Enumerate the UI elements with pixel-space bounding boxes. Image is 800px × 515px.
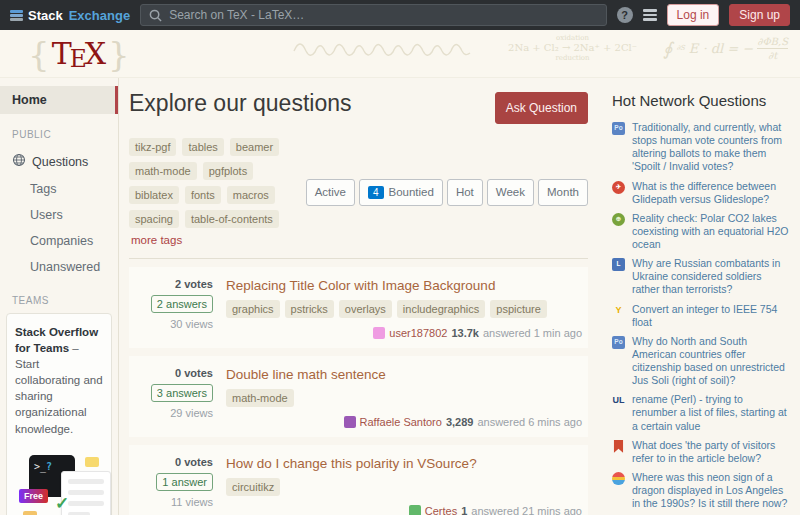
search-box[interactable]: [140, 4, 606, 26]
tag-beamer[interactable]: beamer: [230, 138, 279, 156]
sidebar-item-questions[interactable]: Questions: [0, 147, 118, 176]
user-avatar: [373, 327, 385, 339]
hot-question-link[interactable]: What is the difference between Glidepath…: [632, 180, 790, 206]
free-badge: Free: [19, 489, 48, 504]
sidebar-item-tags[interactable]: Tags: [0, 176, 118, 202]
hot-question-item: ULrename (Perl) - trying to renumber a l…: [612, 393, 790, 432]
answer-count: 2 answers: [151, 295, 213, 313]
tag-math-mode[interactable]: math-mode: [226, 389, 294, 407]
question-stats: 2 votes2 answers30 views: [129, 278, 213, 339]
user-avatar: [409, 505, 421, 515]
tag-math-mode[interactable]: math-mode: [129, 162, 197, 180]
tex-site-logo[interactable]: {TEX}: [26, 34, 132, 74]
login-button[interactable]: Log in: [667, 4, 720, 26]
sidebar-item-home[interactable]: Home: [0, 86, 118, 114]
activity-text: answered 6 mins ago: [477, 416, 582, 428]
sidebar-item-label: Tags: [30, 182, 56, 196]
view-count: 30 views: [170, 318, 213, 330]
bookmark-icon: [612, 440, 625, 453]
hot-question-link[interactable]: rename (Perl) - trying to renumber a lis…: [632, 393, 790, 432]
tag-filter-list: tikz-pgftablesbeamermath-modepgfplotsbib…: [129, 138, 306, 246]
question-user-card: user18780213.7kanswered 1 min ago: [373, 327, 582, 339]
chemistry-formula-decoration: oxidation 2Na + Cl₂ → 2Na⁺ + 2Cl⁻ reduct…: [508, 34, 637, 63]
teams-promo-title: Stack Overflow for Teams: [15, 326, 98, 354]
trophy-icon: Y: [612, 304, 625, 317]
tag-biblatex[interactable]: biblatex: [129, 186, 179, 204]
question-title-link[interactable]: Double line math sentence: [226, 367, 582, 382]
question-row: 2 votes2 answers30 viewsReplacing Title …: [129, 267, 588, 348]
user-link[interactable]: user187802: [389, 327, 447, 339]
filter-tab-label: Hot: [456, 186, 474, 198]
user-avatar: [344, 416, 356, 428]
ask-question-button[interactable]: Ask Question: [495, 92, 588, 124]
tag-pspicture[interactable]: pspicture: [490, 300, 547, 318]
filter-tabs: Active4BountiedHotWeekMonth: [306, 179, 588, 206]
filter-tab-month[interactable]: Month: [538, 179, 588, 206]
question-content: Replacing Title Color with Image Backgro…: [226, 278, 582, 339]
user-link[interactable]: Certes: [425, 505, 457, 515]
hot-question-link[interactable]: Where was this neon sign of a dragon dis…: [632, 471, 790, 510]
tag-macros[interactable]: macros: [227, 186, 275, 204]
hot-question-link[interactable]: Traditionally, and currently, what stops…: [632, 121, 790, 174]
sidebar-item-companies[interactable]: Companies: [0, 228, 118, 254]
question-title-link[interactable]: How do I change this polarity in VSource…: [226, 456, 582, 471]
topbar-actions: ? Log in Sign up: [617, 4, 790, 26]
sidebar-item-users[interactable]: Users: [0, 202, 118, 228]
user-link[interactable]: Raffaele Santoro: [360, 416, 442, 428]
main-column: Explore our questions Ask Question tikz-…: [119, 78, 598, 515]
hot-question-item: What does 'the party of visitors refer t…: [612, 439, 790, 465]
sidebar-item-unanswered[interactable]: Unanswered: [0, 254, 118, 280]
hot-question-item: ✈What is the difference between Glidepat…: [612, 180, 790, 206]
hot-question-item: PoWhy do North and South American countr…: [612, 335, 790, 388]
hot-question-link[interactable]: Reality check: Polar CO2 lakes coexistin…: [632, 212, 790, 251]
travel-icon: [612, 472, 625, 485]
site-switcher-icon[interactable]: [643, 9, 657, 21]
filter-tab-hot[interactable]: Hot: [447, 179, 483, 206]
question-content: Double line math sentencemath-modeRaffae…: [226, 367, 582, 428]
tag-spacing[interactable]: spacing: [129, 210, 179, 228]
tag-tikz-pgf[interactable]: tikz-pgf: [129, 138, 176, 156]
checkmark-icon: ✓: [55, 492, 69, 515]
tag-tables[interactable]: tables: [182, 138, 223, 156]
left-sidebar: Home PUBLIC QuestionsTagsUsersCompaniesU…: [0, 78, 119, 515]
sidebar-item-label: Users: [30, 208, 63, 222]
more-tags-link[interactable]: more tags: [131, 234, 182, 246]
hot-question-link[interactable]: Why do North and South American countrie…: [632, 335, 790, 388]
page-content: Home PUBLIC QuestionsTagsUsersCompaniesU…: [0, 78, 800, 515]
tag-fonts[interactable]: fonts: [185, 186, 221, 204]
stackexchange-logo-icon: [10, 10, 23, 21]
signup-button[interactable]: Sign up: [729, 4, 790, 26]
hot-question-link[interactable]: What does 'the party of visitors refer t…: [632, 439, 790, 465]
stackexchange-logo[interactable]: StackExchange: [10, 8, 130, 23]
user-reputation: 1: [461, 505, 467, 515]
filter-tab-active[interactable]: Active: [306, 179, 355, 206]
tag-pstricks[interactable]: pstricks: [285, 300, 334, 318]
hot-question-link[interactable]: Convert an integer to IEEE 754 float: [632, 303, 790, 329]
tag-includegraphics[interactable]: includegraphics: [397, 300, 485, 318]
page-title: Explore our questions: [129, 90, 351, 117]
filter-tab-week[interactable]: Week: [487, 179, 534, 206]
question-title-link[interactable]: Replacing Title Color with Image Backgro…: [226, 278, 582, 293]
vote-count: 0 votes: [175, 456, 213, 468]
sidebar-item-label: Questions: [32, 155, 88, 169]
tag-circuitikz[interactable]: circuitikz: [226, 478, 280, 496]
logo-letter-x: X: [85, 36, 106, 71]
faraday-formula-decoration: ∮∂S E · dl = − ∂ΦB,S∂t: [663, 35, 788, 62]
question-stats: 0 votes1 answer11 views: [129, 456, 213, 515]
answer-count: 3 answers: [151, 384, 213, 402]
site-header: {TEX} oxidation 2Na + Cl₂ → 2Na⁺ + 2Cl⁻ …: [0, 30, 800, 78]
checklist-icon: ✓: [61, 471, 111, 515]
question-tags: math-mode: [226, 389, 582, 407]
filter-tab-bountied[interactable]: 4Bountied: [359, 179, 443, 206]
hot-question-link[interactable]: Why are Russian combatants in Ukraine co…: [632, 257, 790, 296]
tag-table-of-contents[interactable]: table-of-contents: [185, 210, 279, 228]
teams-illustration: >_? Free ✓: [15, 447, 103, 515]
tag-overlays[interactable]: overlays: [339, 300, 392, 318]
logo-letter-t: T: [52, 36, 72, 71]
search-input[interactable]: [169, 8, 597, 22]
filter-tab-label: Bountied: [389, 186, 434, 198]
help-icon[interactable]: ?: [617, 7, 633, 23]
tag-graphics[interactable]: graphics: [226, 300, 280, 318]
tag-pgfplots[interactable]: pgfplots: [203, 162, 254, 180]
hot-question-item: LWhy are Russian combatants in Ukraine c…: [612, 257, 790, 296]
